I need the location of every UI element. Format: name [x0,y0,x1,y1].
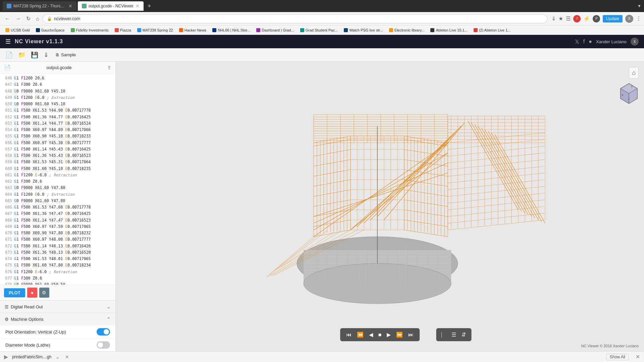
bookmark-piazza[interactable]: Piazza [112,27,134,33]
bookmark-hacker[interactable]: Hacker News [176,27,209,33]
plot-controls: PLOT ● ⚙ [0,285,115,300]
hamburger-icon[interactable]: ☰ [5,38,11,45]
code-line-666: 666G1 F500 X61.53 Y47.60 E0.00717778 [0,204,115,210]
playback-start-button[interactable]: ⏮ [344,330,354,339]
playback-prev-button[interactable]: ⏪ [355,330,366,339]
machine-options-title: ⚙ Machine Options [5,317,44,322]
code-line-675: 675G1 F500 X61.60 Y47.80 E0.00718234 [0,262,115,268]
open-file-button[interactable]: 📁 [17,50,27,60]
viewer-copyright: NC Viewer © 2018 Xander Luciano [581,344,639,348]
tab-mat238[interactable]: MAT238 Spring 22 - Thursda... ✕ [3,1,76,11]
bookmark-mat238[interactable]: MAT238 Spring 22 [135,27,176,33]
code-line-668: 668G1 F500 X61.14 Y47.47 E0.00716523 [0,217,115,224]
bookmark-ableton1[interactable]: Ableton Live 10.1... [428,27,470,33]
machine-options-content: Plot Orientation: Vertical (Z-Up) Diamet… [0,325,115,351]
code-line-672: 672G1 F500 X61.14 Y48.13 E0.00716426 [0,243,115,249]
svg-text:Z: Z [631,85,633,88]
playback-play-button[interactable]: ▶ [385,330,393,339]
code-line-654: 654G1 F500 X60.97 Y44.89 E0.00717066 [0,127,115,133]
bookmark-ucsb[interactable]: UCSB Gold [3,27,33,33]
viz-controls: ⎸ ☰ ⇵ [436,328,471,341]
code-area[interactable]: 646G1 F1200 20.6 647G1 F300 Z0.6 648G0 F… [0,74,115,285]
left-panel-title: output.gcode [46,65,71,70]
app-header-actions: 𝕏 f ● Xander Luciano X [575,38,639,46]
instagram-icon[interactable]: ● [589,39,592,45]
code-line-652: 652G1 F500 X61.36 Y44.77 E0.00716425 [0,114,115,120]
back-button[interactable]: ← [3,14,12,23]
code-line-647: 647G1 F300 Z0.6 [0,81,115,88]
status-bar: ▶ printedFabricSim....gh ⌄ ✕ Show All ✕ [0,351,644,362]
plot-button[interactable]: PLOT [4,288,25,297]
option-row-lathe: Diameter Mode (Lathe) [0,338,115,351]
facebook-icon[interactable]: f [583,39,585,45]
tab-favicon-mat238 [7,4,11,8]
bookmark-list-icon[interactable]: ☰ [566,15,571,22]
code-line-663: 663G0 F9000 X61.60 Y47.80 [0,185,115,191]
viewer-area[interactable]: ⌂ Y X Z ⏮ ⏪ ◀ ■ ▶ ⏩ ⏭ [116,62,644,351]
bookmark-dashboard[interactable]: Dashboard | Grad... [254,27,297,33]
option-row-orientation: Plot Orientation: Vertical (Z-Up) [0,325,115,338]
playback-end-button[interactable]: ⏭ [406,330,416,339]
tab-ncviewer[interactable]: output.gcode - NCViewer ✕ [78,1,144,11]
status-tab-icon: ▶ [4,354,8,360]
machine-options-header[interactable]: ⚙ Machine Options ⌃ [0,313,115,325]
menu-icon[interactable]: ⋮ [636,15,641,22]
code-line-674: 674G1 F500 X61.53 Y48.01 E0.00717065 [0,256,115,262]
bookmark-icon[interactable]: ★ [558,15,563,22]
forward-button[interactable]: → [13,14,23,23]
update-button[interactable]: Update [603,15,623,22]
orientation-slider [97,328,110,336]
viewer-svg [116,62,644,351]
lathe-toggle[interactable] [97,341,110,349]
code-line-669: 669G1 F500 X60.97 Y47.59 E0.00717065 [0,224,115,230]
tab-close-ncviewer[interactable]: ✕ [136,3,140,9]
address-text: ncviewer.com [54,16,80,21]
bookmark-nhl[interactable]: NHL66 | NHL Stre... [210,27,253,33]
new-file-button[interactable]: 📄 [4,50,14,60]
download-icon[interactable]: ⇓ [551,15,556,22]
tab-close-mat238[interactable]: ✕ [68,3,72,9]
bookmark-ableton2[interactable]: (2) Ableton Live 1... [471,27,514,33]
settings-button[interactable]: ⚙ [39,288,49,298]
bookmark-elec[interactable]: Electronic library... [386,27,427,33]
bookmark-fidelity[interactable]: Fidelity Investments [68,27,111,33]
code-line-656: 656G1 F500 X60.97 Y45.30 E0.00717777 [0,140,115,146]
digital-readout-toggle-icon: ⌄ [107,304,111,309]
save-file-button[interactable]: 💾 [30,50,40,60]
cancel-plot-button[interactable]: ● [27,288,37,298]
main-layout: 📄 output.gcode ⇧ 646G1 F1200 20.6 647G1 … [0,62,644,351]
orientation-toggle[interactable] [97,328,110,336]
home-button[interactable]: ⌂ [34,14,41,23]
download-file-button[interactable]: ⇓ [42,50,50,60]
sample-button[interactable]: 🗎 Sample [53,51,78,59]
new-tab-button[interactable]: + [145,3,154,10]
left-panel-close-button[interactable]: ⇧ [107,65,111,70]
tab-label-mat238: MAT238 Spring 22 - Thursda... [13,4,66,8]
code-line-670: 670G1 F500 X60.90 Y47.80 E0.00718232 [0,230,115,236]
twitter-icon[interactable]: 𝕏 [575,39,579,45]
bookmark-psg[interactable]: Watch PSG live str... [341,27,385,33]
digital-readout-header[interactable]: ☰ Digital Read Out ⌄ [0,300,115,313]
viewer-home-button[interactable]: ⌂ [629,67,639,79]
show-all-button[interactable]: Show All [606,354,629,360]
viz-button-1[interactable]: ⎸ [439,330,448,339]
playback-stop-button[interactable]: ■ [376,330,384,339]
playback-next-button[interactable]: ⏩ [394,330,405,339]
status-bar-close[interactable]: ✕ [636,354,640,360]
lock-icon: 🔒 [47,16,52,21]
address-bar[interactable]: 🔒 ncviewer.com [43,14,548,23]
viz-button-2[interactable]: ☰ [449,330,458,339]
status-tab-close[interactable]: ✕ [65,354,69,360]
app-header: ☰ NC Viewer v1.1.3 𝕏 f ● Xander Luciano … [0,35,644,48]
status-tab-down[interactable]: ⌄ [55,354,60,360]
bookmark-grad[interactable]: Grad Student Pac... [298,27,341,33]
viz-button-3[interactable]: ⇵ [460,330,468,339]
refresh-button[interactable]: ↻ [24,14,33,23]
digital-readout-section: ☰ Digital Read Out ⌄ [0,300,115,313]
code-line-673: 673G1 F500 X61.36 Y48.13 E0.00716520 [0,249,115,256]
left-panel: 📄 output.gcode ⇧ 646G1 F1200 20.6 647G1 … [0,62,116,351]
playback-rewind-button[interactable]: ◀ [367,330,375,339]
digital-readout-title: ☰ Digital Read Out [5,304,43,309]
extension-icon[interactable]: ⚡ [583,15,590,22]
bookmark-gaucho[interactable]: GauchoSpace [33,27,67,33]
